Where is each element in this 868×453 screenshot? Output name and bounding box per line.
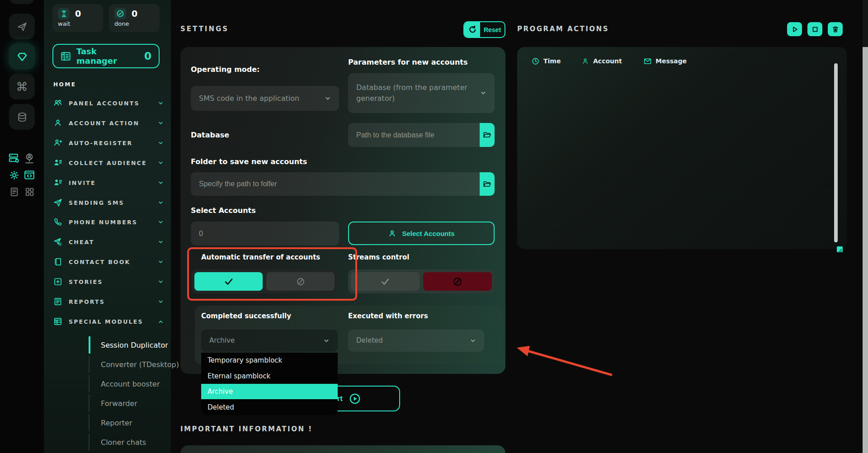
stop-button[interactable]	[807, 22, 822, 36]
sidebar-item-cheat[interactable]: CHEAT	[53, 234, 164, 250]
column-account: Account	[581, 54, 622, 68]
user-list-icon	[53, 178, 62, 187]
grid-icon[interactable]	[24, 186, 35, 198]
window-scrollbar-thumb[interactable]	[863, 47, 868, 453]
check-icon	[380, 278, 390, 286]
task-manager-icon	[61, 51, 71, 61]
sidebar-item-contact-book[interactable]: CONTACT BOOK	[53, 254, 164, 270]
submenu-item-session-duplicator[interactable]: Session Duplicator	[89, 336, 188, 354]
server-check-icon[interactable]	[8, 152, 20, 164]
rail-button-command[interactable]: ⌘	[9, 74, 35, 99]
delete-button[interactable]	[828, 22, 843, 36]
paper-plane-dot-icon	[53, 237, 62, 246]
streams-on-segment[interactable]	[351, 272, 420, 291]
account-cam-icon[interactable]	[24, 152, 35, 164]
submenu-item-cloner-chats[interactable]: Cloner chats	[89, 434, 188, 451]
streams-off-segment[interactable]	[423, 272, 492, 291]
auto-transfer-toggle	[192, 269, 337, 293]
gear-icon[interactable]	[8, 169, 20, 181]
chevron-down-icon	[158, 180, 164, 186]
parameters-select[interactable]: Database (from the parameter generator)	[348, 73, 495, 113]
sidebar-item-reports[interactable]: REPORTS	[53, 293, 164, 310]
chevron-down-icon	[470, 338, 476, 344]
user-icon	[581, 57, 589, 65]
submenu-item-converter-tdesktop[interactable]: Converter (TDesktop)	[89, 356, 188, 373]
chevron-down-icon	[158, 200, 164, 206]
completed-select[interactable]: Archive	[201, 330, 338, 352]
sidebar-item-auto-register[interactable]: AUTO-REGISTER	[53, 135, 164, 151]
dropdown-option-deleted[interactable]: Deleted	[201, 400, 338, 415]
command-icon: ⌘	[16, 81, 28, 93]
submenu-item-reporter[interactable]: Reporter	[89, 414, 188, 431]
streams-control-label: Streams control	[348, 253, 409, 261]
sidebar-item-phone-numbers[interactable]: PHONE NUMBERS	[53, 214, 164, 230]
auto-transfer-off-segment[interactable]	[266, 272, 335, 291]
database-path-input[interactable]	[348, 123, 480, 147]
done-count: 0	[132, 9, 137, 19]
check-icon	[224, 278, 234, 286]
folder-save-folder-button[interactable]	[480, 172, 495, 196]
paper-plane-icon	[53, 198, 62, 207]
chevron-down-icon	[325, 95, 331, 102]
chevron-down-icon	[158, 120, 164, 126]
icon-rail: ⌘	[0, 0, 44, 453]
user-icon	[53, 118, 62, 127]
chevron-down-icon	[158, 259, 164, 265]
chevron-down-icon	[158, 299, 164, 305]
user-plus-icon	[53, 138, 62, 147]
executed-select[interactable]: Deleted	[348, 330, 484, 352]
column-time: Time	[532, 54, 561, 68]
reset-button[interactable]: Reset	[463, 21, 505, 38]
rail-button-diamond[interactable]	[9, 43, 35, 69]
folder-icon	[483, 131, 491, 139]
rail-button-partial[interactable]	[9, 0, 35, 4]
database-folder-button[interactable]	[480, 123, 495, 147]
play-button[interactable]	[787, 22, 802, 36]
completed-dropdown-list: Temporary spamblock Eternal spamblock Ar…	[201, 353, 338, 415]
select-accounts-button-label: Select Accounts	[402, 230, 454, 237]
executed-label: Executed with errors	[348, 312, 428, 320]
sidebar-item-collect-audience[interactable]: COLLECT AUDIENCE	[53, 155, 164, 171]
slash-circle-icon	[453, 277, 462, 287]
folder-save-input[interactable]	[191, 172, 480, 196]
panel-scrollbar[interactable]	[834, 63, 838, 242]
parameters-label: Parameters for new accounts	[348, 58, 468, 66]
program-actions-panel: Time Account Message	[517, 47, 847, 249]
important-info-card	[180, 445, 505, 453]
sidebar-item-panel-accounts[interactable]: PANEL ACCOUNTS	[53, 95, 164, 111]
rail-button-send[interactable]	[9, 14, 35, 39]
auto-transfer-on-segment[interactable]	[194, 272, 263, 291]
sidebar-item-sending-sms[interactable]: SENDING SMS	[53, 194, 164, 211]
wait-label: wait	[58, 20, 98, 27]
mail-icon	[644, 57, 651, 65]
code-window-icon[interactable]	[24, 169, 35, 181]
app-window: ⌘ 0	[0, 0, 868, 453]
panel-resize-handle[interactable]	[837, 246, 843, 252]
select-accounts-button[interactable]: Select Accounts	[348, 222, 495, 245]
chevron-down-icon	[158, 160, 164, 166]
operating-mode-select[interactable]: SMS code in the application	[191, 86, 339, 111]
rail-button-database[interactable]	[9, 104, 35, 130]
streams-control-toggle	[348, 269, 495, 293]
submenu-item-forwarder[interactable]: Forwarder	[89, 395, 188, 412]
send-icon	[17, 21, 28, 32]
dropdown-option-eternal-spamblock[interactable]: Eternal spamblock	[201, 368, 338, 384]
chevron-up-icon	[158, 319, 164, 325]
phone-icon	[53, 217, 62, 226]
plus-square-icon	[53, 277, 62, 286]
sidebar-item-stories[interactable]: STORIES	[53, 274, 164, 290]
reset-icon	[464, 22, 480, 37]
sidebar-item-account-action[interactable]: ACCOUNT ACTION	[53, 115, 164, 131]
sidebar-item-special-modules[interactable]: SPECIAL MODULES	[53, 313, 164, 330]
user-icon	[388, 229, 396, 238]
dropdown-option-archive[interactable]: Archive	[201, 384, 338, 399]
document-icon[interactable]	[8, 186, 20, 198]
completed-label: Completed successfully	[201, 312, 291, 320]
database-icon	[17, 112, 28, 123]
submenu-item-account-booster[interactable]: Account booster	[89, 375, 188, 392]
modules-icon	[53, 317, 62, 326]
task-manager-button[interactable]: Task manager 0	[52, 44, 160, 68]
accounts-count-input[interactable]	[191, 222, 339, 245]
sidebar-item-invite[interactable]: INVITE	[53, 175, 164, 191]
dropdown-option-temporary-spamblock[interactable]: Temporary spamblock	[201, 353, 338, 368]
